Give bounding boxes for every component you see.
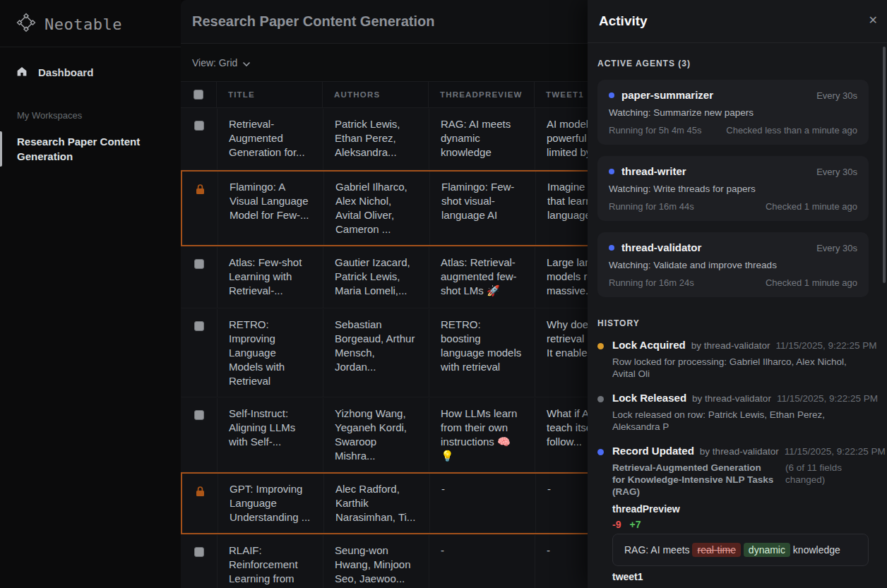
history-event-title: Record Updated [612,445,694,457]
home-icon [16,65,28,80]
history-event-author: by thread-validator [692,393,771,404]
cell-threadpreview: - [429,535,535,588]
agent-status-dot [609,245,614,251]
history-event-description: Lock released on row: Patrick Lewis, Eth… [612,409,869,433]
cell-authors: Gabriel Ilharco, Alex Nichol, Avital Oli… [323,172,429,245]
chevron-down-icon[interactable] [242,58,251,69]
page-title: Research Paper Content Generation [192,13,434,30]
activity-header: Activity ✕ [588,0,887,43]
agent-running-time: Running for 5h 4m 45s [609,124,702,136]
activity-body: ACTIVE AGENTS (3) paper-summarizer Every… [588,43,887,588]
diff-field-name: tweet1 [612,572,869,582]
row-checkbox[interactable] [194,321,204,331]
dashboard-label: Dashboard [38,66,93,78]
cell-title: Atlas: Few-shot Learning with Retrieval-… [217,247,323,308]
agent-last-checked: Checked 1 minute ago [766,200,857,212]
column-header-threadpreview: THREADPREVIEW [428,82,534,107]
agent-name: thread-validator [621,241,809,255]
agent-status-dot [609,169,614,174]
history-dot-amber [597,343,604,349]
updated-record-title: Retrieval-Augmented Generation for Knowl… [612,462,774,498]
cell-title: Self-Instruct: Aligning LLMs with Self-.… [217,398,323,472]
agent-interval: Every 30s [816,243,857,253]
logo-text: Neotable [44,16,122,33]
history-dot-blue [597,449,604,455]
sidebar: Neotable Dashboard My Workspaces Researc… [0,0,181,588]
history-event-timestamp: 11/15/2025, 9:22:25 PM [775,340,876,352]
scrollbar-thumb[interactable] [883,47,886,283]
sidebar-divider [0,47,181,47]
agent-name: thread-writer [621,164,809,179]
cell-title: GPT: Improving Language Understanding ..… [218,474,323,533]
cell-title: RLAIF: Reinforcement Learning from AI... [217,535,323,588]
agent-running-time: Running for 16m 24s [609,277,694,289]
cell-authors: Gautier Izacard, Patrick Lewis, Maria Lo… [323,247,429,308]
agent-watching: Watching: Validate and improve threads [609,259,857,272]
workspaces-section-label: My Workspaces [0,89,181,129]
history-event-author: by thread-validator [691,340,770,352]
row-checkbox[interactable] [194,121,204,131]
cell-title: Retrieval-Augmented Generation for... [217,109,323,169]
diff-text: RAG: AI meets [624,544,692,556]
cell-title: RETRO: Improving Language Models with Re… [217,309,323,397]
cell-authors: Seung-won Hwang, Minjoon Seo, Jaewoo... [323,535,429,588]
diff-added-chip: dynamic [744,543,790,557]
view-selector[interactable]: View: Grid [192,57,237,68]
agent-card: thread-validator Every 30s Watching: Val… [597,232,869,297]
app-root: Neotable Dashboard My Workspaces Researc… [0,0,887,588]
cell-title: Flamingo: A Visual Language Model for Fe… [218,172,323,245]
agent-interval: Every 30s [816,90,857,101]
agent-interval: Every 30s [816,167,857,177]
select-all-checkbox[interactable] [194,90,203,100]
activity-panel: Activity ✕ ACTIVE AGENTS (3) paper-summa… [588,0,887,588]
cell-threadpreview: RAG: AI meets dynamic knowledge [429,109,535,169]
history-item-lock-acquired: Lock Acquired by thread-validator 11/15/… [597,340,869,380]
diff-field-name: threadPreview [612,504,869,515]
neotable-logo-icon [16,12,37,36]
agent-card: paper-summarizer Every 30s Watching: Sum… [597,80,869,145]
close-icon[interactable]: ✕ [869,15,878,26]
history-dot-gray [597,396,604,402]
cell-threadpreview: Flamingo: Few-shot visual-language AI [429,172,535,245]
cell-threadpreview: How LLMs learn from their own instructio… [429,398,535,472]
history-heading: HISTORY [597,318,869,328]
cell-authors: Yizhong Wang, Yeganeh Kordi, Swaroop Mis… [323,398,429,472]
diff-added-count: +7 [629,519,641,530]
cell-threadpreview: Atlas: Retrieval-augmented few-shot LMs … [429,247,535,308]
sidebar-item-dashboard[interactable]: Dashboard [0,56,181,89]
agent-watching: Watching: Write threads for papers [609,183,857,196]
activity-title: Activity [599,13,648,29]
diff-removed-chip: real-time [692,543,740,557]
cell-threadpreview: RETRO: boosting language models with ret… [429,309,535,397]
row-checkbox[interactable] [194,410,204,420]
workspace-label: Research Paper Content Generation [17,136,140,162]
history-event-timestamp: 11/15/2025, 9:22:25 PM [785,446,886,457]
agent-name: paper-summarizer [621,88,809,102]
history-event-timestamp: 11/15/2025, 9:22:25 PM [777,393,878,404]
active-indicator [0,131,2,167]
agent-card: thread-writer Every 30s Watching: Write … [597,156,869,221]
fields-changed-count: (6 of 11 fields changed) [785,462,869,498]
cell-authors: Sebastian Borgeaud, Arthur Mensch, Jorda… [323,309,429,397]
lock-icon [195,486,206,500]
agent-last-checked: Checked 1 minute ago [766,277,857,289]
history-event-title: Lock Released [612,392,686,404]
row-checkbox[interactable] [194,259,204,269]
active-agents-heading: ACTIVE AGENTS (3) [597,59,869,68]
agent-watching: Watching: Summarize new papers [609,107,857,119]
column-header-authors: AUTHORS [322,82,428,107]
history-event-description: Row locked for processing: Gabriel Ilhar… [612,356,869,380]
agent-running-time: Running for 16m 44s [609,200,694,212]
diff-preview-threadpreview: RAG: AI meets real-time dynamic knowledg… [612,534,869,566]
diff-removed-count: -9 [612,519,621,530]
history-event-title: Lock Acquired [612,340,686,351]
history-item-record-updated: Record Updated by thread-validator 11/15… [597,445,869,588]
diff-text: knowledge [790,544,840,556]
column-header-title: TITLE [216,82,322,107]
row-checkbox[interactable] [194,547,204,557]
cell-authors: Alec Radford, Karthik Narasimhan, Ti... [323,474,429,533]
agent-status-dot [609,92,614,98]
agent-last-checked: Checked less than a minute ago [726,124,857,136]
history-event-author: by thread-validator [700,446,779,457]
sidebar-item-workspace[interactable]: Research Paper Content Generation [0,129,181,169]
